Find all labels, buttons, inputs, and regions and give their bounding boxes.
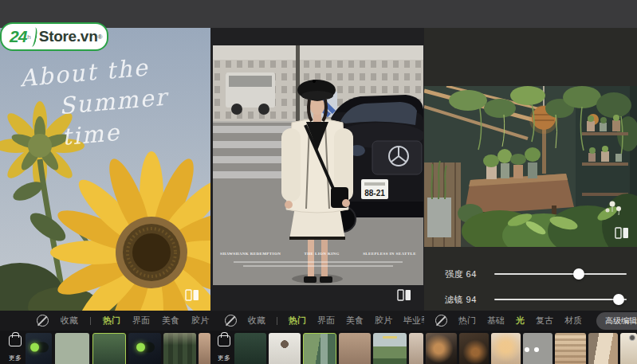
- filter-slider-knob[interactable]: [613, 294, 624, 305]
- filter-thumbnail[interactable]: [426, 333, 457, 364]
- intensity-slider-row: 强度 64: [424, 267, 637, 281]
- thumbnail-badge-icon: [629, 335, 635, 341]
- filter-thumbnail[interactable]: [163, 333, 196, 364]
- filter-thumbnail[interactable]: [55, 333, 89, 364]
- no-filter-icon[interactable]: [225, 315, 237, 327]
- right-filter-tabs: 热门 基础 光 复古 材质 高级编辑: [424, 311, 637, 331]
- filter-thumbnail[interactable]: [555, 333, 586, 364]
- tab-graduation[interactable]: 毕业季: [403, 315, 424, 327]
- filter-thumbnail[interactable]: [234, 333, 266, 364]
- tab-material[interactable]: 材质: [564, 315, 582, 327]
- more-filters-button[interactable]: 更多: [5, 335, 26, 362]
- caption-fine-print: [243, 265, 393, 267]
- tab-interface[interactable]: 界面: [317, 315, 335, 327]
- compare-icon: [397, 289, 411, 301]
- more-label: 更多: [214, 354, 234, 362]
- compare-before-after-button[interactable]: [615, 227, 629, 239]
- filter-thumbnail[interactable]: [409, 333, 423, 364]
- filter-thumbnail[interactable]: [491, 333, 521, 364]
- tab-film[interactable]: 胶片: [191, 315, 209, 327]
- tab-food[interactable]: 美食: [162, 315, 179, 327]
- tab-hot[interactable]: 热门: [103, 315, 120, 327]
- filter-thumbnail[interactable]: [269, 333, 301, 364]
- tab-hot[interactable]: 热门: [289, 315, 306, 327]
- filter-thumbnail[interactable]: [373, 333, 407, 364]
- filter-thumbnail[interactable]: [459, 333, 489, 364]
- logo-brand: Store.vn: [39, 28, 98, 45]
- tab-retro[interactable]: 复古: [536, 315, 553, 327]
- compare-icon: [615, 227, 629, 239]
- logo-arc: [29, 26, 38, 47]
- intensity-slider[interactable]: [494, 273, 627, 275]
- filter-thumbnail[interactable]: [339, 333, 371, 364]
- tab-food[interactable]: 美食: [346, 315, 364, 327]
- tab-hot[interactable]: 热门: [458, 315, 476, 327]
- filter-slider-label: 滤镜 94: [445, 294, 477, 306]
- filter-toggle-icon: [29, 342, 49, 353]
- compare-before-after-button[interactable]: [397, 289, 411, 301]
- logo-number: 24: [10, 27, 26, 46]
- no-filter-icon[interactable]: [37, 315, 49, 327]
- compare-before-after-button[interactable]: [185, 289, 199, 301]
- bag-icon: [9, 335, 22, 346]
- sunflower-photo-illustration: [0, 28, 210, 311]
- photo-canvas-right[interactable]: [424, 86, 637, 247]
- filter-thumbnail[interactable]: [128, 333, 161, 364]
- filter-thumbnail[interactable]: [26, 333, 52, 364]
- intensity-slider-label: 强度 64: [445, 268, 477, 280]
- filter-thumbnail[interactable]: [588, 333, 618, 364]
- filter-thumbnail-strip: 更多 更多: [0, 331, 637, 364]
- more-filters-button[interactable]: 更多: [214, 335, 234, 362]
- filter-thumbnail[interactable]: [199, 333, 210, 364]
- bag-icon: [218, 335, 230, 346]
- filter-thumbnail-selected[interactable]: [303, 333, 336, 364]
- tab-basic[interactable]: 基础: [487, 315, 505, 327]
- filter-slider[interactable]: [494, 299, 627, 300]
- middle-editor-panel: 88-21: [210, 28, 424, 311]
- filter-slider-row: 滤镜 94: [424, 292, 637, 307]
- svg-text:88-21: 88-21: [364, 189, 385, 198]
- filter-toggle-icon: [136, 342, 155, 353]
- intensity-slider-knob[interactable]: [573, 268, 584, 280]
- tab-interface[interactable]: 界面: [132, 315, 150, 327]
- logo-registered: ®: [97, 33, 102, 41]
- tab-favorites[interactable]: 收藏: [248, 315, 265, 327]
- filter-thumbnail[interactable]: [620, 333, 637, 364]
- filter-thumbnail-selected[interactable]: [92, 333, 126, 364]
- tab-divider: [90, 317, 91, 325]
- advanced-edit-button[interactable]: 高级编辑: [596, 312, 637, 330]
- filter-tab-bar: 收藏 热门 界面 美食 胶片 毕业季 收藏 热门 界面 美食 胶片 毕业季 热门…: [0, 311, 637, 331]
- photo-canvas-left[interactable]: About the Summer time: [0, 28, 210, 311]
- middle-filter-tabs: 收藏 热门 界面 美食 胶片 毕业季: [212, 311, 424, 331]
- tab-favorites[interactable]: 收藏: [61, 315, 78, 327]
- left-filter-tabs: 收藏 热门 界面 美食 胶片 毕业季: [0, 311, 212, 331]
- more-label: 更多: [5, 354, 26, 362]
- photo-editor-collage: About the Summer time: [0, 0, 637, 364]
- adjust-thumbnail[interactable]: [523, 333, 552, 364]
- compare-icon: [185, 289, 199, 301]
- street-photo-illustration: 88-21: [213, 45, 423, 285]
- photo-caption-titles: SHAWSHANK REDEMPTION THE LION KING SLEEP…: [213, 252, 423, 256]
- plant-shop-photo-illustration: [424, 86, 637, 247]
- right-editor-panel: 强度 64 滤镜 94: [424, 28, 637, 311]
- tab-film[interactable]: 胶片: [375, 315, 392, 327]
- tab-divider: [277, 317, 277, 325]
- tab-light[interactable]: 光: [516, 315, 525, 327]
- no-filter-icon[interactable]: [435, 315, 447, 327]
- watermark-logo: 24hStore.vn®: [0, 22, 108, 51]
- caption-fine-print: [234, 261, 403, 263]
- photo-canvas-middle[interactable]: 88-21: [213, 45, 423, 285]
